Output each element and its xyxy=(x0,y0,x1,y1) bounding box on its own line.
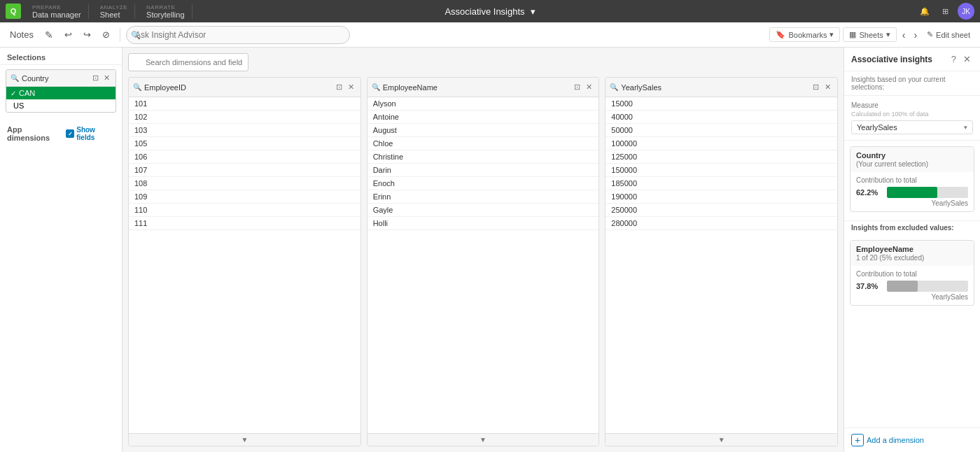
employeename-close-btn[interactable]: ✕ xyxy=(584,82,594,92)
avatar[interactable]: JK xyxy=(958,3,974,20)
employee-card-body: Contribution to total 37.8% YearlySales xyxy=(850,266,974,305)
measure-dropdown[interactable]: YearlySales ▾ xyxy=(851,120,973,134)
search-dimensions-wrapper: 🔍 xyxy=(128,53,838,71)
list-item[interactable]: 190000 xyxy=(606,190,837,204)
list-item[interactable]: 50000 xyxy=(606,124,837,137)
yearlysales-label: YearlySales xyxy=(621,83,662,92)
add-dimension-label: Add a dimension xyxy=(867,436,924,444)
employeeid-close-btn[interactable]: ✕ xyxy=(346,82,356,92)
insights-help-button[interactable]: ? xyxy=(949,53,958,65)
list-item[interactable]: 108 xyxy=(129,177,360,190)
employeeid-copy-btn[interactable]: ⊡ xyxy=(334,82,344,92)
list-item[interactable]: Chloe xyxy=(368,137,599,150)
main-content: Selections 🔍 Country ⊡ ✕ ✓ CAN xyxy=(0,48,980,452)
filter-remove-button[interactable]: ✕ xyxy=(102,73,111,83)
dimensions-header: App dimensions ✓ Show fields xyxy=(0,122,122,145)
insights-close-button[interactable]: ✕ xyxy=(961,53,973,65)
forward-button[interactable]: ↪ xyxy=(79,27,95,43)
list-item[interactable]: 101 xyxy=(129,97,360,111)
employeename-body: Alyson Antoine August Chloe Christine Da… xyxy=(368,97,599,433)
country-pct: 62.2% xyxy=(856,188,883,197)
country-insight-card: Country (Your current selection) Contrib… xyxy=(850,146,974,212)
country-card-body: Contribution to total 62.2% YearlySales xyxy=(850,172,974,211)
plus-icon: + xyxy=(851,434,864,446)
list-item[interactable]: 280000 xyxy=(606,217,837,230)
notes-button[interactable]: Notes xyxy=(6,27,38,43)
yearlysales-footer: ▼ xyxy=(606,433,837,446)
toolbar-separator xyxy=(120,28,120,42)
employee-pct: 37.8% xyxy=(856,282,883,290)
employee-contribution-label: Contribution to total xyxy=(856,270,968,278)
smart-search-button[interactable]: ✎ xyxy=(41,27,57,43)
list-item[interactable]: Antoine xyxy=(368,111,599,124)
top-bar-left: Q Prepare Data manager Analyze Sheet Nar… xyxy=(6,3,245,19)
cursor-icon: ✎ xyxy=(45,29,53,41)
list-item[interactable]: 15000 xyxy=(606,97,837,111)
employeeid-header: 🔍 EmployeeID ⊡ ✕ xyxy=(129,78,360,97)
employeename-header: 🔍 EmployeeName ⊡ ✕ xyxy=(368,78,599,97)
list-item[interactable]: Darin xyxy=(368,164,599,177)
list-item[interactable]: Erinn xyxy=(368,190,599,204)
list-item[interactable]: 109 xyxy=(129,190,360,204)
next-sheet-button[interactable]: › xyxy=(911,28,920,42)
sheets-button[interactable]: ▦ Sheets ▾ xyxy=(843,27,896,42)
left-panel: Selections 🔍 Country ⊡ ✕ ✓ CAN xyxy=(0,48,122,452)
country-filter-label: Country xyxy=(22,74,49,83)
list-item[interactable]: 150000 xyxy=(606,164,837,177)
filter-actions: ⊡ ✕ xyxy=(91,73,111,83)
employeeid-scroll-down[interactable]: ▼ xyxy=(238,435,251,444)
edit-sheet-label: Edit sheet xyxy=(936,31,970,39)
app-title-dropdown[interactable]: ▾ xyxy=(531,6,536,17)
toolbar: Notes ✎ ↩ ↪ ⊘ 🔍 🔖 Bookmarks ▾ ▦ Sheets ▾… xyxy=(0,22,980,48)
list-item[interactable]: 102 xyxy=(129,111,360,124)
list-item[interactable]: Christine xyxy=(368,150,599,164)
employeename-label: EmployeeName xyxy=(383,83,438,92)
clear-button[interactable]: ⊘ xyxy=(98,27,114,43)
analyze-section: Analyze Sheet xyxy=(93,4,135,19)
search-dimensions-input[interactable] xyxy=(128,53,248,71)
insight-advisor-input[interactable] xyxy=(126,26,350,44)
bell-button[interactable]: 🔔 xyxy=(916,6,933,17)
list-item[interactable]: 125000 xyxy=(606,150,837,164)
prev-sheet-button[interactable]: ‹ xyxy=(899,28,909,42)
list-item[interactable]: Holli xyxy=(368,217,599,230)
top-right: 🔔 ⊞ JK xyxy=(735,3,974,20)
list-item[interactable]: 185000 xyxy=(606,177,837,190)
employee-insight-card: EmployeeName 1 of 20 (5% excluded) Contr… xyxy=(850,240,974,306)
list-item[interactable]: 100000 xyxy=(606,137,837,150)
list-item[interactable]: August xyxy=(368,124,599,137)
list-item[interactable]: 40000 xyxy=(606,111,837,124)
employeename-scroll-down[interactable]: ▼ xyxy=(477,435,489,444)
country-item-can[interactable]: ✓ CAN xyxy=(6,87,115,99)
yearlysales-close-btn[interactable]: ✕ xyxy=(822,82,833,92)
add-dimension-button[interactable]: + Add a dimension xyxy=(851,434,924,446)
grid-button[interactable]: ⊞ xyxy=(939,6,952,17)
show-fields-toggle[interactable]: ✓ Show fields xyxy=(66,126,115,141)
yearlysales-scroll-down[interactable]: ▼ xyxy=(715,435,728,444)
show-fields-label: Show fields xyxy=(76,126,115,141)
prepare-section: Prepare Data manager xyxy=(25,4,89,19)
list-item[interactable]: Enoch xyxy=(368,177,599,190)
filter-copy-button[interactable]: ⊡ xyxy=(91,73,100,83)
bell-icon: 🔔 xyxy=(920,7,930,16)
insight-advisor-wrapper: 🔍 xyxy=(126,26,766,44)
bookmarks-button[interactable]: 🔖 Bookmarks ▾ xyxy=(769,27,840,42)
yearlysales-copy-btn[interactable]: ⊡ xyxy=(811,82,821,92)
list-item[interactable]: 110 xyxy=(129,204,360,217)
measure-sub-label: Calculated on 100% of data xyxy=(851,111,973,118)
list-item[interactable]: 107 xyxy=(129,164,360,177)
country-field-label: YearlySales xyxy=(856,199,968,207)
country-item-us[interactable]: US xyxy=(6,99,115,112)
employeename-copy-btn[interactable]: ⊡ xyxy=(572,82,582,92)
list-item[interactable]: Gayle xyxy=(368,204,599,217)
list-item[interactable]: 106 xyxy=(129,150,360,164)
list-item[interactable]: 250000 xyxy=(606,204,837,217)
edit-sheet-button[interactable]: ✎ Edit sheet xyxy=(923,28,974,41)
back-button[interactable]: ↩ xyxy=(60,27,76,43)
list-item[interactable]: 103 xyxy=(129,124,360,137)
list-item[interactable]: 105 xyxy=(129,137,360,150)
list-item[interactable]: Alyson xyxy=(368,97,599,111)
country-bar-fill xyxy=(887,187,937,198)
filter-search-icon: 🔍 xyxy=(10,74,19,82)
list-item[interactable]: 111 xyxy=(129,217,360,230)
